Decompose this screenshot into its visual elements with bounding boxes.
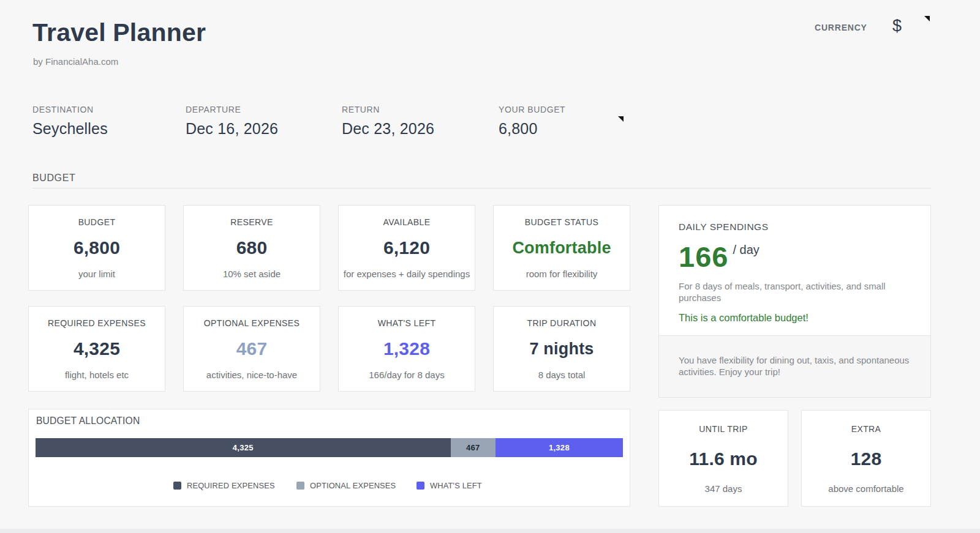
card-label: BUDGET STATUS — [525, 217, 598, 227]
allocation-segment-required: 4,325 — [36, 438, 451, 457]
daily-spendings-main: DAILY SPENDINGS 166 / day For 8 days of … — [659, 206, 930, 335]
trip-duration-card: TRIP DURATION 7 nights 8 days total — [493, 306, 630, 392]
currency-selector[interactable]: $ — [892, 17, 902, 35]
card-value: 6,800 — [74, 237, 120, 258]
card-value: 11.6 mo — [689, 449, 757, 469]
legend-item-required: REQUIRED EXPENSES — [173, 481, 279, 490]
page-title: Travel Planner — [32, 18, 206, 47]
budget-allocation-panel: BUDGET ALLOCATION 4,325 467 1,328 REQUIR… — [28, 409, 630, 507]
whats-left-card: WHAT'S LEFT 1,328 166/day for 8 days — [338, 306, 475, 392]
return-value[interactable]: Dec 23, 2026 — [342, 120, 434, 138]
daily-spendings-value-row: 166 / day — [679, 242, 911, 271]
allocation-segment-optional: 467 — [451, 438, 496, 457]
card-sub: for expenses + daily spendings — [344, 269, 470, 279]
budget-allocation-title: BUDGET ALLOCATION — [36, 415, 140, 427]
legend-item-optional: OPTIONAL EXPENSES — [296, 481, 401, 490]
card-sub: 8 days total — [538, 370, 586, 380]
budget-card: BUDGET 6,800 your limit — [28, 205, 165, 291]
card-value: 1,328 — [383, 338, 430, 359]
card-sub: 166/day for 8 days — [369, 370, 444, 380]
card-label: REQUIRED EXPENSES — [48, 318, 146, 328]
currency-label: CURRENCY — [815, 23, 867, 32]
card-sub: above comfortable — [828, 483, 903, 494]
budget-section-heading: BUDGET — [32, 173, 75, 184]
until-trip-card: UNTIL TRIP 11.6 mo 347 days — [658, 410, 788, 507]
departure-label: DEPARTURE — [186, 105, 241, 114]
card-label: WHAT'S LEFT — [378, 318, 436, 328]
destination-label: DESTINATION — [32, 105, 94, 114]
card-value: 7 nights — [529, 340, 594, 359]
card-value: 467 — [236, 338, 268, 359]
card-sub: 347 days — [705, 483, 742, 494]
daily-spendings-footer-section: You have flexibility for dining out, tax… — [659, 335, 930, 397]
section-divider — [32, 188, 931, 188]
card-value: 4,325 — [74, 338, 120, 359]
destination-value[interactable]: Seychelles — [32, 120, 108, 138]
card-sub: 10% set aside — [223, 269, 281, 279]
card-sub: flight, hotels etc — [65, 370, 129, 380]
daily-spendings-label: DAILY SPENDINGS — [679, 222, 911, 233]
card-label: AVAILABLE — [383, 217, 430, 227]
daily-spendings-unit: / day — [733, 243, 759, 257]
card-label: BUDGET — [78, 217, 116, 227]
budget-status-card: BUDGET STATUS Comfortable room for flexi… — [493, 205, 630, 291]
daily-spendings-note: This is a comfortable budget! — [679, 312, 911, 324]
note-marker-icon — [618, 116, 624, 122]
card-label: TRIP DURATION — [527, 318, 597, 328]
travel-planner-app: Travel Planner by FinancialAha.com CURRE… — [0, 0, 980, 533]
reserve-card: RESERVE 680 10% set aside — [183, 205, 320, 291]
card-sub: your limit — [78, 269, 115, 279]
card-value: 6,120 — [383, 237, 430, 258]
available-card: AVAILABLE 6,120 for expenses + daily spe… — [338, 205, 475, 291]
extra-card: EXTRA 128 above comfortable — [801, 410, 931, 507]
page-subtitle: by FinancialAha.com — [33, 56, 118, 67]
allocation-segment-whats-left: 1,328 — [496, 438, 623, 457]
card-sub: room for flexibility — [526, 269, 598, 279]
card-label: RESERVE — [230, 217, 273, 227]
required-expenses-card: REQUIRED EXPENSES 4,325 flight, hotels e… — [28, 306, 165, 392]
optional-expenses-card: OPTIONAL EXPENSES 467 activities, nice-t… — [183, 306, 320, 392]
daily-spendings-value: 166 — [679, 242, 728, 271]
your-budget-label: YOUR BUDGET — [499, 105, 565, 114]
card-value: 128 — [851, 449, 882, 469]
bottom-edge-band — [0, 529, 980, 533]
note-marker-icon — [924, 16, 930, 21]
return-label: RETURN — [342, 105, 380, 114]
legend-label: REQUIRED EXPENSES — [187, 481, 275, 490]
daily-spendings-panel: DAILY SPENDINGS 166 / day For 8 days of … — [658, 205, 931, 398]
card-label: UNTIL TRIP — [699, 424, 747, 434]
legend-item-whats-left: WHAT'S LEFT — [417, 481, 484, 490]
departure-value[interactable]: Dec 16, 2026 — [186, 120, 278, 138]
allocation-legend: REQUIRED EXPENSES OPTIONAL EXPENSES WHAT… — [29, 481, 630, 490]
daily-spendings-description: For 8 days of meals, transport, activiti… — [679, 280, 905, 304]
card-sub: activities, nice-to-have — [206, 370, 297, 380]
legend-swatch-whats-left — [417, 482, 424, 490]
card-label: OPTIONAL EXPENSES — [204, 318, 300, 328]
daily-spendings-footer-text: You have flexibility for dining out, tax… — [679, 354, 911, 378]
legend-swatch-optional — [296, 482, 304, 490]
allocation-stacked-bar: 4,325 467 1,328 — [36, 438, 623, 457]
legend-label: WHAT'S LEFT — [430, 481, 482, 490]
your-budget-value[interactable]: 6,800 — [499, 120, 538, 138]
legend-label: OPTIONAL EXPENSES — [310, 481, 396, 490]
card-value: 680 — [236, 237, 268, 258]
legend-swatch-required — [173, 482, 181, 490]
card-label: EXTRA — [851, 424, 881, 434]
card-value: Comfortable — [512, 239, 611, 258]
